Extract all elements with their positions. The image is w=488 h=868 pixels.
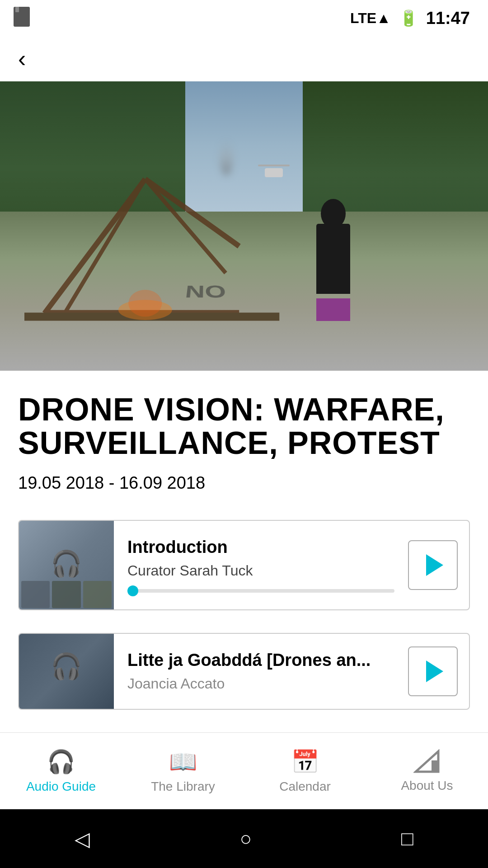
headphone-icon-1: 🎧 [51,551,82,576]
card-mini-art [19,579,114,610]
nav-label-audio-guide: Audio Guide [26,779,96,794]
progress-bar-1 [127,589,394,593]
hero-scene: NO [0,81,488,371]
nav-item-calendar[interactable]: 📅 Calendar [255,749,355,794]
status-bar: LTE▲ 🔋 11:47 [0,0,488,36]
card-title-2: Litte ja Goabddá [Drones an... [127,651,394,670]
about-svg-icon [413,749,441,774]
card-subtitle-2: Joancia Accato [127,675,394,692]
card-thumbnail-1: 🎧 [19,520,114,610]
audio-card-2[interactable]: 🎧 Litte ja Goabddá [Drones an... Joancia… [18,633,470,710]
bottom-nav: 🎧 Audio Guide 📖 The Library 📅 Calendar A… [0,732,488,809]
nav-label-library: The Library [151,779,215,794]
exhibition-title: DRONE VISION: WARFARE, SURVEILLANCE, PRO… [18,393,470,460]
card-subtitle-1: Curator Sarah Tuck [127,562,394,579]
hero-image: NO [0,81,488,371]
nav-label-about: About Us [401,778,453,793]
play-triangle-1 [426,554,443,576]
back-button-area: ‹ [0,36,488,81]
nav-item-audio-guide[interactable]: 🎧 Audio Guide [11,749,111,794]
calendar-icon: 📅 [291,749,319,775]
card-thumbnail-2: 🎧 [19,633,114,710]
play-button-2[interactable] [408,646,458,696]
progress-dot-1 [127,585,138,596]
battery-icon: 🔋 [399,9,418,27]
headphone-icon-2: 🎧 [51,654,82,679]
about-icon [413,749,441,774]
svg-point-7 [128,290,162,316]
system-nav: ◁ ○ □ [0,809,488,868]
lte-icon: LTE▲ [350,10,391,27]
play-button-1[interactable] [408,540,458,590]
back-button[interactable]: ‹ [18,45,26,72]
status-time: 11:47 [426,9,470,28]
bonfire-structure [24,125,293,327]
audio-card-1[interactable]: 🎧 Introduction Curator Sarah Tuck [18,520,470,610]
svg-line-0 [45,179,145,313]
audio-guide-icon: 🎧 [47,749,75,775]
card-info-2: Litte ja Goabddá [Drones an... Joancia A… [114,637,408,706]
nav-item-library[interactable]: 📖 The Library [133,749,233,794]
play-triangle-2 [426,660,443,682]
card-info-1: Introduction Curator Sarah Tuck [114,524,408,606]
system-home-button[interactable]: ○ [239,827,252,850]
sd-card-icon [14,7,30,28]
no-text: NO [184,282,227,302]
system-recent-button[interactable]: □ [401,827,413,850]
card-title-1: Introduction [127,538,394,557]
system-back-button[interactable]: ◁ [75,827,90,850]
content-area: DRONE VISION: WARFARE, SURVEILLANCE, PRO… [0,371,488,710]
nav-item-about[interactable]: About Us [377,749,477,793]
figure [315,199,352,298]
status-icons: LTE▲ 🔋 11:47 [350,9,470,28]
svg-rect-9 [432,760,438,772]
svg-line-1 [65,179,145,313]
exhibition-dates: 19.05 2018 - 16.09 2018 [18,473,470,493]
library-icon: 📖 [169,749,197,775]
nav-label-calendar: Calendar [279,779,331,794]
